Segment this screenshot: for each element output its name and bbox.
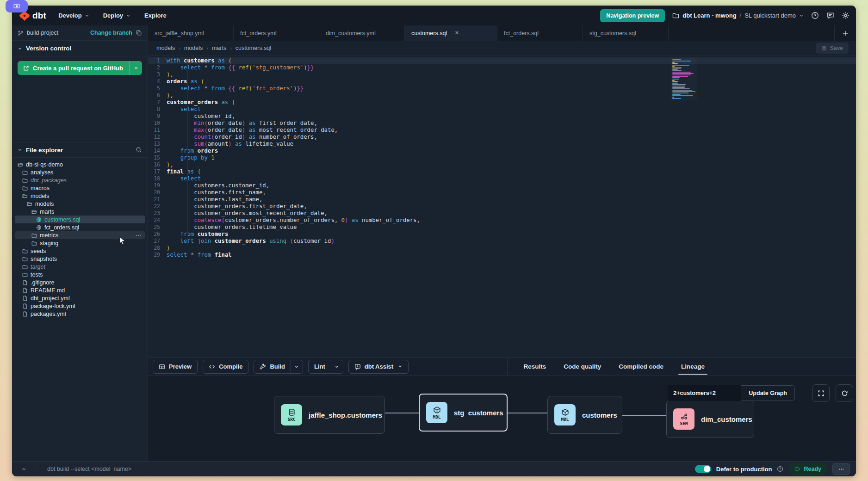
code-line-18[interactable]: 18 select [148,175,856,182]
code-line-1[interactable]: 1with customers as ( [148,57,856,64]
breadcrumb-item[interactable]: marts [212,45,226,51]
action-preview-button[interactable]: Preview [153,360,198,374]
tab-stg-customers-sql[interactable]: stg_customers.sql [583,25,669,41]
tree-item-snapshots[interactable]: snapshots [15,255,145,263]
navigation-preview-button[interactable]: Navigation preview [600,9,665,22]
code-line-6[interactable]: 6), [148,92,856,99]
status-ready-badge[interactable]: Ready [788,463,827,475]
tree-item-customers-sql[interactable]: customers.sql [15,216,145,223]
tree-item--gitignore[interactable]: .gitignore [15,278,145,286]
tree-item-models[interactable]: models [15,200,145,208]
code-line-26[interactable]: 26 from customers [148,231,856,238]
feedback-button[interactable] [826,12,834,19]
command-input[interactable]: dbt build --select <model_name> [36,466,695,472]
code-line-12[interactable]: 12 count(order_id) as number_of_orders, [148,134,856,141]
tab-fct-orders-sql[interactable]: fct_orders.sql [497,25,583,41]
code-line-4[interactable]: 4orders as ( [148,78,856,85]
tree-item-package-lock-yml[interactable]: package-lock.yml [15,302,145,310]
code-line-3[interactable]: 3), [148,71,856,78]
code-line-23[interactable]: 23 customer_orders.most_recent_order_dat… [148,210,856,217]
tree-item-analyses[interactable]: analyses [15,168,145,176]
new-tab-button[interactable] [835,25,856,41]
code-line-17[interactable]: 17final as ( [148,168,856,175]
code-line-11[interactable]: 11 max(order_date) as most_recent_order_… [148,127,856,134]
code-line-14[interactable]: 14 from orders [148,148,856,154]
breadcrumb-item[interactable]: models [156,45,175,51]
tree-item-fct-orders-sql[interactable]: fct_orders.sql [15,223,145,231]
code-line-15[interactable]: 15 group by 1 [148,154,856,161]
copy-icon[interactable] [136,30,142,36]
tab-dim-customers-yml[interactable]: dim_customers.yml [319,25,405,41]
panel-tab-compiled-code[interactable]: Compiled code [618,358,664,376]
code-line-8[interactable]: 8 select [148,106,856,113]
code-line-10[interactable]: 10 min(order_date) as first_order_date, [148,120,856,127]
code-line-9[interactable]: 9 customer_id, [148,113,856,120]
code-line-28[interactable]: 28) [148,245,856,252]
minimap[interactable] [671,58,697,100]
tree-item-dbt-packages[interactable]: dbt_packages [15,176,145,184]
tree-item-tests[interactable]: tests [15,271,145,278]
action-lint-button[interactable]: Lint [308,360,343,374]
tab-customers-sql[interactable]: customers.sql [405,25,497,41]
menu-develop[interactable]: Develop [58,12,89,19]
pr-dropdown-caret[interactable] [130,61,142,75]
lineage-node-jaffle-shop-customers[interactable]: SRCjaffle_shop.customers [274,396,385,434]
help-circle-icon[interactable] [777,466,783,472]
version-control-header[interactable]: Version control [12,41,148,56]
tree-item-staging[interactable]: staging [15,239,145,247]
action-build-button[interactable]: Build [254,360,303,374]
defer-toggle[interactable] [695,465,711,473]
fullscreen-button[interactable] [812,384,830,402]
panel-tab-code-quality[interactable]: Code quality [563,358,602,376]
panel-tab-results[interactable]: Results [522,358,547,376]
code-line-16[interactable]: 16), [148,161,856,168]
tree-item-metrics[interactable]: metrics⋯ [15,231,145,239]
code-line-27[interactable]: 27 left join customer_orders using (cust… [148,238,856,245]
code-line-25[interactable]: 25 customer_orders.lifetime_value [148,224,856,231]
action-dropdown-caret[interactable] [291,360,303,373]
help-button[interactable] [811,12,819,19]
tree-item-readme-md[interactable]: README.md [15,286,145,294]
tab-src-jaffle-shop-yml[interactable]: src_jaffle_shop.yml [148,25,234,41]
lineage-node-dim-customers[interactable]: SEMdim_customers [666,400,754,438]
search-icon[interactable] [136,147,142,153]
code-line-22[interactable]: 22 customer_orders.first_order_date, [148,203,856,210]
tree-item-models[interactable]: models [15,192,145,200]
save-button[interactable]: Save [816,43,849,54]
code-line-13[interactable]: 13 sum(amount) as lifetime_value [148,141,856,148]
code-line-29[interactable]: 29select * from final [148,252,856,259]
code-line-19[interactable]: 19 customers.customer_id, [148,182,856,189]
expand-command-panel-button[interactable] [12,462,36,476]
breadcrumb-item[interactable]: models [184,45,203,51]
code-editor[interactable]: 1with customers as (2 select * from {{ r… [148,56,856,357]
refresh-graph-button[interactable] [836,384,853,402]
update-graph-button[interactable]: Update Graph [741,385,795,401]
breadcrumb-item[interactable]: customers.sql [236,45,271,51]
code-line-24[interactable]: 24 coalesce(customer_orders.number_of_or… [148,217,856,224]
lineage-node-customers[interactable]: MDLcustomers [547,396,622,434]
project-picker[interactable]: dbt Learn - mwong / SL quickstart demo [672,12,804,19]
code-line-21[interactable]: 21 customers.last_name, [148,196,856,203]
code-line-7[interactable]: 7customer_orders as ( [148,99,856,106]
code-line-2[interactable]: 2 select * from {{ ref('stg_customers')}… [148,64,856,71]
action-dropdown-caret[interactable] [331,360,343,373]
more-options-button[interactable] [832,463,850,475]
tree-item-db-sl-qs-demo[interactable]: db-sl-qs-demo [15,160,145,168]
tree-item-packages-yml[interactable]: packages.yml [15,310,145,318]
tab-fct-orders-yml[interactable]: fct_orders.yml [234,25,319,41]
item-menu-icon[interactable]: ⋯ [136,232,142,239]
lineage-node-stg-customers[interactable]: MDLstg_customers [419,394,508,432]
tree-item-target[interactable]: target [15,263,145,271]
action-compile-button[interactable]: Compile [203,360,248,374]
settings-button[interactable] [842,12,849,19]
lineage-filter-input[interactable]: 2+customers+2 [668,385,741,401]
create-pr-button[interactable]: Create a pull request on GitHub [18,61,142,75]
file-explorer-header[interactable]: File explorer [12,142,148,158]
change-branch-link[interactable]: Change branch [90,30,132,36]
panel-tab-lineage[interactable]: Lineage [680,358,706,376]
menu-deploy[interactable]: Deploy [103,12,130,19]
tree-item-seeds[interactable]: seeds [15,247,145,255]
tree-item-macros[interactable]: macros [15,184,145,192]
tree-item-marts[interactable]: marts [15,208,145,216]
code-line-5[interactable]: 5 select * from {{ ref('fct_orders')}} [148,85,856,92]
